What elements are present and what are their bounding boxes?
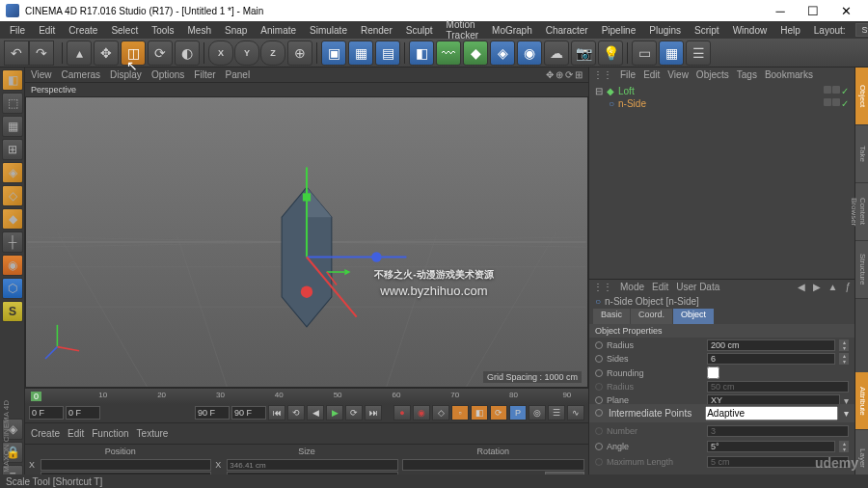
- menu-mograph[interactable]: MoGraph: [486, 23, 538, 38]
- minimize-button[interactable]: ─: [764, 0, 797, 21]
- structure-icon[interactable]: ☰: [686, 41, 711, 66]
- autokey-icon[interactable]: ◉: [413, 405, 430, 420]
- key-rot-icon[interactable]: ⟳: [490, 405, 507, 420]
- vp-nav-icon[interactable]: ✥: [546, 69, 554, 80]
- frame-start-input[interactable]: [29, 406, 64, 420]
- record-icon[interactable]: ●: [393, 405, 411, 420]
- rtab-take[interactable]: Take: [855, 125, 868, 183]
- undo-button[interactable]: ↶: [4, 41, 29, 66]
- tree-item-nside[interactable]: ○ n-Side ✓: [593, 97, 851, 110]
- dropdown-icon[interactable]: ▾: [844, 395, 849, 404]
- model-mode-icon[interactable]: ⬚: [2, 93, 23, 114]
- next-key-icon[interactable]: ⟳: [345, 405, 363, 420]
- snap-icon[interactable]: S: [2, 301, 23, 322]
- menu-character[interactable]: Character: [540, 23, 594, 38]
- frame-end-input[interactable]: [195, 406, 230, 420]
- menu-create[interactable]: Create: [63, 23, 103, 38]
- workplane-icon[interactable]: ⊞: [2, 139, 23, 160]
- close-button[interactable]: ✕: [829, 0, 862, 21]
- tweak-icon[interactable]: ⬡: [2, 278, 23, 299]
- move-tool-icon[interactable]: ✥: [94, 41, 119, 66]
- vp-menu-panel[interactable]: Panel: [226, 69, 251, 80]
- am-menu-mode[interactable]: Mode: [620, 282, 644, 292]
- goto-end-icon[interactable]: ⏭: [365, 405, 382, 420]
- picture-viewer-icon[interactable]: ▭: [632, 41, 657, 66]
- select-tool-icon[interactable]: ▴: [67, 41, 92, 66]
- nav-fwd-icon[interactable]: ▶: [813, 282, 821, 292]
- texture-mode-icon[interactable]: ▦: [2, 116, 23, 137]
- render-view-icon[interactable]: ▣: [321, 41, 346, 66]
- menu-select[interactable]: Select: [105, 23, 144, 38]
- spinner-icon[interactable]: ▴▾: [839, 441, 849, 452]
- timeline-ruler[interactable]: 0 10 20 30 40 50 60 70 80 90: [25, 389, 588, 404]
- render-settings-icon[interactable]: ▤: [375, 41, 400, 66]
- om-menu-edit[interactable]: Edit: [643, 69, 660, 80]
- menu-motiontracker[interactable]: Motion Tracker: [441, 17, 485, 42]
- world-axis-icon[interactable]: ⊕: [287, 41, 312, 66]
- rtab-structure[interactable]: Structure: [855, 241, 868, 299]
- om-menu-tags[interactable]: Tags: [737, 69, 757, 80]
- polygon-mode-icon[interactable]: ◆: [2, 208, 23, 230]
- generator-icon[interactable]: ◆: [463, 41, 488, 66]
- visibility-check-icon[interactable]: ✓: [841, 98, 849, 109]
- viewport-3d[interactable]: Grid Spacing : 1000 cm: [25, 96, 588, 388]
- dropdown-icon[interactable]: ▾: [844, 408, 849, 419]
- prop-rounding-checkbox[interactable]: [707, 366, 719, 379]
- interp-mode-select[interactable]: [705, 406, 838, 420]
- vp-zoom-icon[interactable]: ⊕: [556, 69, 563, 80]
- rtab-object[interactable]: Object: [855, 68, 868, 125]
- fcurve-icon[interactable]: ∿: [567, 405, 584, 420]
- expand-icon[interactable]: ⊟: [595, 86, 603, 96]
- goto-start-icon[interactable]: ⏮: [268, 405, 285, 420]
- light-icon[interactable]: 💡: [598, 41, 623, 66]
- frame-current-input[interactable]: [66, 406, 100, 420]
- om-menu-objects[interactable]: Objects: [696, 69, 729, 80]
- key-scale-icon[interactable]: ◧: [471, 405, 488, 420]
- om-menu-bookmarks[interactable]: Bookmarks: [765, 69, 813, 80]
- menu-simulate[interactable]: Simulate: [304, 23, 353, 38]
- nurbs-icon[interactable]: ◈: [490, 41, 515, 66]
- mat-menu-function[interactable]: Function: [92, 428, 128, 439]
- nav-back-icon[interactable]: ◀: [798, 282, 805, 292]
- menu-pipeline[interactable]: Pipeline: [596, 23, 642, 38]
- menu-render[interactable]: Render: [355, 23, 398, 38]
- vp-panels-icon[interactable]: ⊞: [575, 69, 583, 80]
- size-x-input[interactable]: [227, 459, 397, 471]
- spinner-icon[interactable]: ▴▾: [839, 339, 849, 351]
- camera-icon[interactable]: 📷: [571, 41, 596, 66]
- play-back-icon[interactable]: ◀: [307, 405, 324, 420]
- menu-help[interactable]: Help: [774, 23, 806, 38]
- vp-rotate-icon[interactable]: ⟳: [565, 69, 573, 80]
- vp-menu-display[interactable]: Display: [110, 69, 142, 80]
- vp-menu-view[interactable]: View: [31, 69, 52, 80]
- menu-edit[interactable]: Edit: [33, 23, 61, 38]
- rotate-tool-icon[interactable]: ⟳: [148, 41, 173, 66]
- rtab-content[interactable]: Content Browser: [855, 183, 868, 241]
- key-pla-icon[interactable]: ◎: [529, 405, 546, 420]
- spinner-icon[interactable]: ▴▾: [839, 353, 849, 365]
- menu-script[interactable]: Script: [689, 23, 725, 38]
- prev-key-icon[interactable]: ⟲: [287, 405, 305, 420]
- tree-item-loft[interactable]: ⊟ ◆ Loft ✓: [593, 85, 851, 97]
- timeline-window-icon[interactable]: ☰: [548, 405, 565, 420]
- prop-sides-input[interactable]: [707, 353, 835, 365]
- grip-icon[interactable]: ⋮⋮: [593, 69, 612, 80]
- prop-angle-input[interactable]: [707, 441, 835, 452]
- last-tool-icon[interactable]: ◐: [175, 41, 200, 66]
- rtab-attribute[interactable]: Attribute: [855, 372, 868, 430]
- tab-object[interactable]: Object: [673, 309, 714, 324]
- key-pos-icon[interactable]: ▫: [451, 405, 469, 420]
- point-mode-icon[interactable]: ◈: [2, 162, 23, 183]
- x-axis-lock[interactable]: X: [208, 41, 233, 66]
- om-menu-view[interactable]: View: [667, 69, 689, 80]
- tab-coord[interactable]: Coord.: [631, 309, 672, 324]
- maximize-button[interactable]: ☐: [797, 0, 829, 21]
- om-menu-file[interactable]: File: [620, 69, 636, 80]
- am-menu-edit[interactable]: Edit: [652, 282, 668, 292]
- menu-snap[interactable]: Snap: [219, 23, 253, 38]
- render-region-icon[interactable]: ▦: [348, 41, 373, 66]
- environment-icon[interactable]: ☁: [544, 41, 569, 66]
- mat-menu-edit[interactable]: Edit: [68, 428, 84, 439]
- scale-tool-icon[interactable]: ◫: [121, 41, 146, 66]
- spline-icon[interactable]: 〰: [436, 41, 461, 66]
